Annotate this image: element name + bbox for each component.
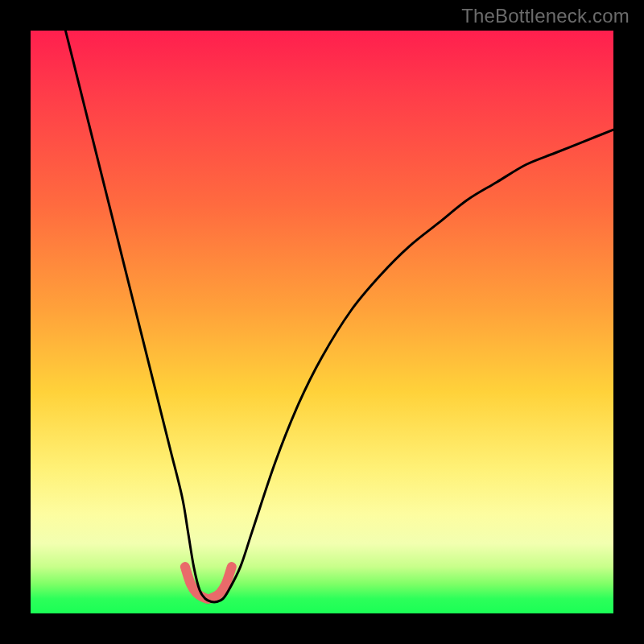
chart-frame: TheBottleneck.com bbox=[0, 0, 644, 644]
watermark-text: TheBottleneck.com bbox=[461, 5, 630, 27]
confidence-band-path bbox=[185, 567, 232, 599]
curve-svg bbox=[31, 31, 613, 613]
plot-area bbox=[31, 31, 613, 613]
bottleneck-curve-path bbox=[65, 31, 613, 602]
